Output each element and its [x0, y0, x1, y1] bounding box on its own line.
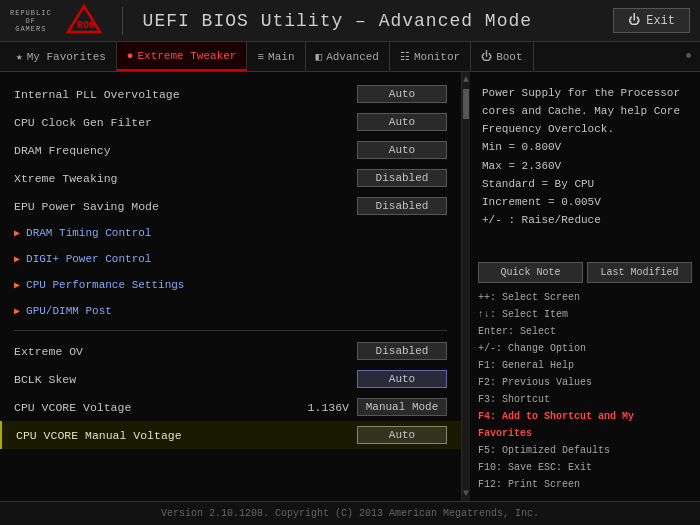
epu-power-value[interactable]: Disabled — [357, 197, 447, 215]
setting-internal-pll[interactable]: Internal PLL Overvoltage Auto — [0, 80, 461, 108]
dram-freq-label: DRAM Frequency — [14, 144, 357, 157]
exit-label: Exit — [646, 14, 675, 28]
footer-text: Version 2.10.1208. Copyright (C) 2013 Am… — [161, 508, 539, 519]
exit-button[interactable]: ⏻ Exit — [613, 8, 690, 33]
cpu-vcore-manual-value[interactable]: Auto — [357, 426, 447, 444]
tab-boot[interactable]: ⏻ Boot — [471, 42, 533, 71]
extreme-ov-value[interactable]: Disabled — [357, 342, 447, 360]
tab-favorites[interactable]: ★ My Favorites — [6, 42, 117, 71]
cpu-perf-label: CPU Performance Settings — [26, 279, 447, 291]
right-panel: Power Supply for the Processor cores and… — [470, 72, 700, 501]
header-title: UEFI BIOS Utility – Advanced Mode — [143, 11, 532, 31]
setting-xtreme-tweaking[interactable]: Xtreme Tweaking Disabled — [0, 164, 461, 192]
help-f4: F4: Add to Shortcut and My Favorites — [478, 408, 692, 442]
tweaker-icon: ● — [127, 50, 134, 62]
scroll-up-arrow[interactable]: ▲ — [463, 74, 469, 85]
logo-area: REPUBLIC OF GAMERS — [10, 9, 52, 33]
gpu-dimm-label: GPU/DIMM Post — [26, 305, 447, 317]
tab-extreme-tweaker-label: Extreme Tweaker — [137, 50, 236, 62]
tab-monitor[interactable]: ☷ Monitor — [390, 42, 471, 71]
power-icon: ⏻ — [628, 13, 640, 28]
help-select-item: ↑↓: Select Item — [478, 306, 692, 323]
star-icon: ★ — [16, 50, 23, 63]
digi-power-arrow: ▶ — [14, 253, 20, 265]
dram-freq-value[interactable]: Auto — [357, 141, 447, 159]
help-change-option: +/-: Change Option — [478, 340, 692, 357]
help-select-screen: ++: Select Screen — [478, 289, 692, 306]
footer: Version 2.10.1208. Copyright (C) 2013 Am… — [0, 501, 700, 525]
rog-logo: ROG — [66, 4, 102, 38]
help-f5: F5: Optimized Defaults — [478, 442, 692, 459]
scroll-thumb[interactable] — [463, 89, 469, 119]
svg-text:ROG: ROG — [77, 20, 95, 31]
cpu-vcore-manual-label: CPU VCORE Manual Voltage — [16, 429, 357, 442]
help-f1: F1: General Help — [478, 357, 692, 374]
gpu-dimm-arrow: ▶ — [14, 305, 20, 317]
setting-cpu-perf[interactable]: ▶ CPU Performance Settings — [0, 272, 461, 298]
setting-dram-timing[interactable]: ▶ DRAM Timing Control — [0, 220, 461, 246]
list-icon: ≡ — [257, 51, 264, 63]
cpu-vcore-volt-label: CPU VCORE Voltage — [14, 401, 308, 414]
scroll-down-arrow[interactable]: ▼ — [463, 488, 469, 499]
xtreme-tweaking-value[interactable]: Disabled — [357, 169, 447, 187]
cpu-clock-gen-value[interactable]: Auto — [357, 113, 447, 131]
tab-advanced-label: Advanced — [326, 51, 379, 63]
logo-gamers: GAMERS — [15, 25, 46, 33]
help-f12: F12: Print Screen — [478, 476, 692, 493]
cpu-vcore-voltage-display: 1.136V — [308, 401, 349, 414]
info-text: Power Supply for the Processor cores and… — [482, 84, 688, 229]
dram-timing-arrow: ▶ — [14, 227, 20, 239]
header: REPUBLIC OF GAMERS ROG UEFI BIOS Utility… — [0, 0, 700, 42]
tab-boot-label: Boot — [496, 51, 522, 63]
nav-dots: • — [683, 47, 694, 67]
help-f10: F10: Save ESC: Exit — [478, 459, 692, 476]
info-box: Power Supply for the Processor cores and… — [478, 80, 692, 256]
setting-cpu-clock-gen[interactable]: CPU Clock Gen Filter Auto — [0, 108, 461, 136]
boot-icon: ⏻ — [481, 50, 492, 63]
left-panel: Internal PLL Overvoltage Auto CPU Clock … — [0, 72, 462, 501]
section-divider — [14, 330, 447, 331]
tab-extreme-tweaker[interactable]: ● Extreme Tweaker — [117, 42, 248, 71]
logo-republic: REPUBLIC — [10, 9, 52, 17]
help-text: ++: Select Screen ↑↓: Select Item Enter:… — [478, 289, 692, 493]
cpu-vcore-volt-value[interactable]: Manual Mode — [357, 398, 447, 416]
epu-power-label: EPU Power Saving Mode — [14, 200, 357, 213]
cpu-clock-gen-label: CPU Clock Gen Filter — [14, 116, 357, 129]
quick-buttons: Quick Note Last Modified — [478, 262, 692, 283]
tab-monitor-label: Monitor — [414, 51, 460, 63]
setting-bclk-skew[interactable]: BCLK Skew Auto — [0, 365, 461, 393]
tab-main[interactable]: ≡ Main — [247, 42, 305, 71]
setting-epu-power[interactable]: EPU Power Saving Mode Disabled — [0, 192, 461, 220]
tab-favorites-label: My Favorites — [27, 51, 106, 63]
last-modified-button[interactable]: Last Modified — [587, 262, 692, 283]
nav-tabs: ★ My Favorites ● Extreme Tweaker ≡ Main … — [0, 42, 700, 72]
digi-power-label: DIGI+ Power Control — [26, 253, 447, 265]
cpu-perf-arrow: ▶ — [14, 279, 20, 291]
help-enter: Enter: Select — [478, 323, 692, 340]
bclk-skew-value[interactable]: Auto — [357, 370, 447, 388]
dram-timing-label: DRAM Timing Control — [26, 227, 447, 239]
help-f2: F2: Previous Values — [478, 374, 692, 391]
logo-of: OF — [26, 17, 36, 25]
internal-pll-label: Internal PLL Overvoltage — [14, 88, 357, 101]
advanced-icon: ◧ — [316, 50, 323, 63]
tab-advanced[interactable]: ◧ Advanced — [306, 42, 390, 71]
setting-cpu-vcore-manual[interactable]: CPU VCORE Manual Voltage Auto — [0, 421, 461, 449]
header-left: REPUBLIC OF GAMERS ROG UEFI BIOS Utility… — [10, 4, 532, 38]
setting-extreme-ov[interactable]: Extreme OV Disabled — [0, 337, 461, 365]
quick-note-button[interactable]: Quick Note — [478, 262, 583, 283]
tab-main-label: Main — [268, 51, 294, 63]
setting-gpu-dimm[interactable]: ▶ GPU/DIMM Post — [0, 298, 461, 324]
internal-pll-value[interactable]: Auto — [357, 85, 447, 103]
main-content: Internal PLL Overvoltage Auto CPU Clock … — [0, 72, 700, 501]
extreme-ov-label: Extreme OV — [14, 345, 357, 358]
bclk-skew-label: BCLK Skew — [14, 373, 357, 386]
scrollbar[interactable]: ▲ ▼ — [462, 72, 470, 501]
help-f3: F3: Shortcut — [478, 391, 692, 408]
setting-cpu-vcore-volt[interactable]: CPU VCORE Voltage 1.136V Manual Mode — [0, 393, 461, 421]
setting-dram-freq[interactable]: DRAM Frequency Auto — [0, 136, 461, 164]
xtreme-tweaking-label: Xtreme Tweaking — [14, 172, 357, 185]
monitor-icon: ☷ — [400, 50, 410, 63]
header-divider — [122, 7, 123, 35]
setting-digi-power[interactable]: ▶ DIGI+ Power Control — [0, 246, 461, 272]
